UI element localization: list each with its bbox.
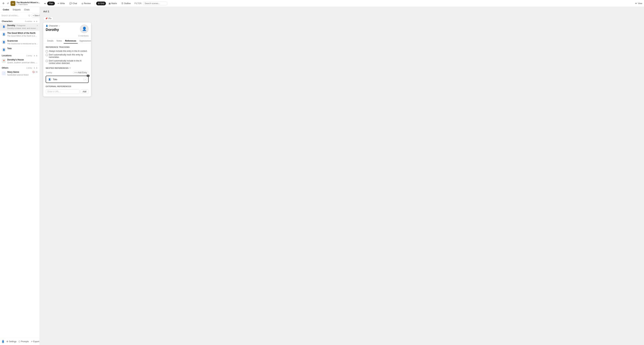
settings-icon-btn[interactable]: ⚙ bbox=[2, 2, 5, 5]
tab-references[interactable]: References bbox=[64, 38, 78, 44]
nested-ref-icon: ⚙ bbox=[69, 67, 71, 69]
nested-ref-title: NESTED REFERENCES bbox=[46, 67, 68, 69]
sidebar: Codex Snippets Chats ▽ + New Entry ⚙ Cha… bbox=[0, 7, 40, 345]
grid-nav-btn[interactable]: ⊞ Grid bbox=[96, 2, 106, 5]
matrix-nav-btn[interactable]: ▦ Matrix bbox=[107, 2, 119, 5]
checkbox-row-0: Always include this entry in the AI cont… bbox=[46, 50, 88, 52]
history-icon-btn[interactable]: ↺ bbox=[6, 2, 10, 5]
review-nav-btn[interactable]: ◎ Review bbox=[80, 2, 92, 5]
filter-label: FILTER: bbox=[134, 2, 142, 5]
entry-desc-dorothys-house: Quaint, southern american vibes, blue ro… bbox=[7, 61, 38, 64]
others-section-title: Others bbox=[2, 67, 26, 69]
others-add-btn[interactable]: + bbox=[33, 67, 36, 69]
entry-name-row-dorothys-house: Dorothy's House bbox=[7, 59, 38, 61]
matrix-icon: ▦ bbox=[109, 2, 110, 5]
checkbox-always-include[interactable] bbox=[46, 50, 48, 52]
char-tabs: Details Notes References Appearances ⋯ bbox=[43, 38, 91, 44]
pin-btn[interactable]: 📌 Pin bbox=[43, 17, 53, 21]
add-entry-btn[interactable]: + + Add Entry bbox=[73, 71, 88, 74]
others-section-header: Others 1 entry + ∧ bbox=[0, 65, 40, 70]
locations-add-btn[interactable]: + bbox=[33, 54, 36, 57]
entry-desc-dorothy: Dorothy is brave, kind, and resourceful.… bbox=[7, 27, 38, 30]
view-icon: 👁 bbox=[635, 2, 637, 5]
nested-item-counter: ··· bbox=[86, 75, 90, 77]
app-subtitle: L. Frank Baum bbox=[16, 4, 41, 5]
url-input[interactable] bbox=[46, 89, 80, 94]
char-name: Dorothy bbox=[46, 28, 80, 32]
search-input[interactable] bbox=[2, 14, 27, 17]
checkbox-no-auto-include[interactable] bbox=[46, 60, 48, 62]
write-nav-btn[interactable]: ✏ Write bbox=[56, 2, 66, 5]
entry-name-dorothys-house: Dorothy's House bbox=[7, 59, 24, 61]
search-scenes-input[interactable] bbox=[143, 2, 167, 5]
main-layout: Codex Snippets Chats ▽ + New Entry ⚙ Cha… bbox=[0, 7, 644, 345]
ref-tracking-heading: REFERENCE TRACKING bbox=[46, 46, 88, 48]
char-type-chevron-icon: ∨ bbox=[59, 25, 60, 27]
act-label: Act 1 bbox=[43, 10, 49, 13]
outline-nav-btn[interactable]: ☰ Outline bbox=[120, 2, 132, 5]
prompts-footer-icon: ⬡ bbox=[18, 340, 20, 343]
entry-item-good-witch[interactable]: 👤 The Good Witch of the North The Good W… bbox=[0, 31, 40, 39]
ai-icon: AI bbox=[35, 71, 38, 73]
prompts-footer-btn[interactable]: ⬡ Prompts bbox=[18, 340, 29, 343]
avatar-good-witch: 👤 bbox=[2, 32, 6, 36]
entry-item-story-genre[interactable]: 📄 Story Genre 🚫 AI hardboiled science fi… bbox=[0, 70, 40, 77]
new-entry-btn[interactable]: + New Entry bbox=[31, 14, 40, 18]
add-url-btn[interactable]: Add bbox=[80, 89, 88, 94]
entry-name-dorothy: Dorothy bbox=[7, 24, 15, 27]
locations-collapse-btn[interactable]: ∧ bbox=[36, 54, 38, 57]
tab-appearances[interactable]: Appearances bbox=[78, 38, 91, 44]
entry-item-toto[interactable]: 👤 Toto bbox=[0, 46, 40, 53]
content-area: Act 1 📌 Pin 👤 Character ∨ Dorothy 👤 bbox=[40, 7, 644, 345]
tab-notes[interactable]: Notes bbox=[55, 38, 63, 44]
export-footer-btn[interactable]: ↗ Export bbox=[31, 340, 39, 343]
user-avatar-btn[interactable]: 👤 bbox=[2, 339, 4, 343]
sidebar-content: Characters 4 entries + ∧ 👤 Dorothy Prota… bbox=[0, 19, 40, 338]
sidebar-footer: 👤 ⚙ Settings ⬡ Prompts ↗ Export ☁ Saved bbox=[0, 338, 40, 345]
tab-snippets[interactable]: Snippets bbox=[12, 8, 22, 12]
nested-ref-count-row: 1 entry + + Add Entry bbox=[46, 71, 88, 74]
locations-section-title: Locations bbox=[2, 54, 26, 57]
nested-item-avatar-toto: 👤 bbox=[48, 77, 52, 81]
entry-name-toto: Toto bbox=[7, 47, 12, 50]
char-type-label: Character bbox=[49, 25, 58, 27]
entry-icons-story-genre: 🚫 AI bbox=[32, 71, 38, 73]
tab-chats[interactable]: Chats bbox=[23, 8, 30, 12]
pin-icon: 📌 bbox=[45, 17, 48, 20]
nested-ref-count: 1 entry bbox=[46, 71, 52, 74]
plan-nav-btn[interactable]: Plan bbox=[47, 2, 55, 5]
avatar-story-genre: 📄 bbox=[2, 71, 6, 75]
filter-icon-btn[interactable]: ▽ bbox=[28, 14, 30, 17]
entry-body-scarecrow: Scarecrow The Scarecrow is introduced as… bbox=[7, 40, 38, 45]
others-collapse-btn[interactable]: ∧ bbox=[36, 67, 38, 69]
locations-section-header: Locations 1 entry + ∧ bbox=[0, 53, 40, 58]
entry-desc-story-genre: hardboiled science fiction bbox=[7, 74, 38, 76]
view-btn[interactable]: 👁 View bbox=[635, 2, 642, 5]
locations-count: 1 entry bbox=[26, 55, 32, 57]
entry-name-scarecrow: Scarecrow bbox=[7, 40, 18, 42]
entry-body-dorothy: Dorothy Protagonist ≡ Dorothy is brave, … bbox=[7, 24, 38, 30]
grid-icon: ⊞ bbox=[98, 2, 100, 5]
chat-nav-btn[interactable]: 💬 Chat bbox=[68, 2, 79, 5]
avatar-dorothys-house: 📍 bbox=[2, 59, 6, 63]
tab-details[interactable]: Details bbox=[46, 38, 55, 44]
entry-body-good-witch: The Good Witch of the North The Good Wit… bbox=[7, 32, 38, 37]
checkbox-no-track-name[interactable] bbox=[46, 54, 48, 56]
entry-item-dorothy[interactable]: 👤 Dorothy Protagonist ≡ Dorothy is brave… bbox=[0, 23, 40, 31]
avatar-scarecrow: 👤 bbox=[2, 40, 6, 44]
tab-codex[interactable]: Codex bbox=[2, 8, 10, 12]
sidebar-tabs: Codex Snippets Chats bbox=[0, 7, 40, 13]
settings-footer-btn[interactable]: ⚙ Settings bbox=[6, 340, 16, 343]
entry-desc-scarecrow: The Scarecrow is introduced as lacking a… bbox=[7, 43, 38, 45]
char-mentions: 0 mentions bbox=[43, 35, 91, 38]
settings-footer-icon: ⚙ bbox=[6, 340, 8, 343]
nested-item-remove-toto[interactable]: − bbox=[84, 77, 87, 81]
characters-collapse-btn[interactable]: ∧ bbox=[36, 20, 38, 23]
plus-icon: + bbox=[74, 71, 76, 74]
entry-item-scarecrow[interactable]: 👤 Scarecrow The Scarecrow is introduced … bbox=[0, 39, 40, 46]
characters-add-btn[interactable]: + bbox=[33, 20, 36, 23]
entry-item-dorothys-house[interactable]: 📍 Dorothy's House Quaint, southern ameri… bbox=[0, 58, 40, 65]
collapse-sidebar-btn[interactable]: ◀ bbox=[44, 2, 46, 5]
app-icon: Oz bbox=[10, 1, 16, 6]
char-panel: 👤 Character ∨ Dorothy 👤 0 mentions Detai… bbox=[43, 23, 91, 97]
